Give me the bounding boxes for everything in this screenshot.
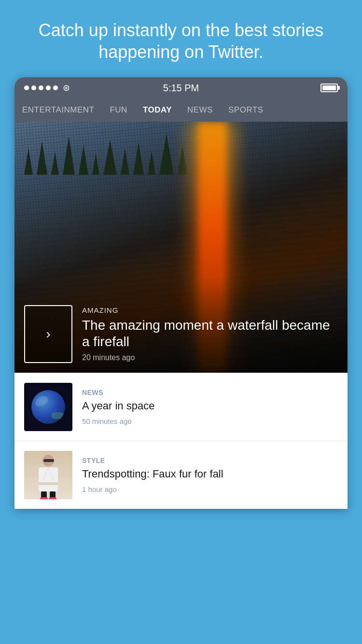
app-header: Catch up instantly on the best stories h… [0,0,362,77]
tab-entertainment[interactable]: ENTERTAINMENT [14,98,102,122]
tree-7 [103,140,117,175]
tab-fun[interactable]: FUN [102,98,135,122]
svg-rect-4 [39,467,58,491]
story-category: AMAZING [82,306,338,314]
news-title-space: A year in space [82,399,338,413]
tree-9 [133,142,144,175]
hero-story-card[interactable]: › AMAZING The amazing moment a waterfall… [14,295,348,373]
news-title-style: Trendspotting: Faux fur for fall [82,467,338,481]
story-time: 20 minutes ago [82,353,338,362]
news-time-style: 1 hour ago [82,485,338,493]
tree-11 [159,134,174,175]
earth-thumbnail [24,383,72,431]
news-thumb-space [24,383,72,431]
signal-dots [24,85,58,90]
tree-6 [92,153,99,175]
tree-1 [24,148,33,175]
tree-5 [79,145,88,175]
trees-silhouette [24,136,338,175]
hero-section[interactable]: › AMAZING The amazing moment a waterfall… [14,122,348,373]
svg-rect-11 [49,497,56,499]
tab-sports[interactable]: SPORTS [221,98,271,122]
status-time: 5:15 PM [163,83,199,94]
news-category-space: NEWS [82,389,338,396]
svg-rect-7 [39,482,58,485]
story-title: The amazing moment a waterfall became a … [82,317,338,350]
tree-3 [51,152,59,175]
news-thumb-style [24,451,72,499]
signal-dot-4 [46,85,51,90]
signal-dot-5 [53,85,58,90]
status-bar: ⊛ 5:15 PM [14,77,348,98]
status-left: ⊛ [24,83,70,93]
style-figure-svg [24,451,72,499]
tree-12 [178,146,187,175]
battery-icon [320,84,338,92]
signal-dot-1 [24,85,29,90]
svg-rect-3 [43,459,54,462]
earth-globe [31,390,65,424]
nav-tabs: ENTERTAINMENT FUN TODAY NEWS SPORTS [14,98,348,122]
tab-news[interactable]: NEWS [180,98,221,122]
news-item-style[interactable]: STYLE Trendspotting: Faux fur for fall 1… [14,441,348,509]
svg-rect-10 [40,497,48,499]
signal-dot-2 [31,85,36,90]
tab-today[interactable]: TODAY [135,98,180,122]
app-background: Catch up instantly on the best stories h… [0,0,362,509]
news-category-style: STYLE [82,457,338,464]
tree-2 [37,141,47,175]
status-right [320,84,338,92]
tree-4 [63,136,75,175]
app-tagline: Catch up instantly on the best stories h… [29,19,333,63]
style-thumbnail [24,451,72,499]
wifi-icon: ⊛ [63,83,70,93]
battery-fill [322,85,336,90]
phone-mockup: ⊛ 5:15 PM ENTERTAINMENT FUN TODAY NEWS S… [14,77,348,509]
news-time-space: 50 minutes ago [82,417,338,425]
signal-dot-3 [39,85,43,90]
news-content-style: STYLE Trendspotting: Faux fur for fall 1… [82,457,338,493]
news-content-space: NEWS A year in space 50 minutes ago [82,389,338,425]
story-arrow-icon: › [46,326,50,342]
story-thumbnail[interactable]: › [24,305,72,363]
tree-8 [121,148,129,175]
story-metadata: AMAZING The amazing moment a waterfall b… [82,306,338,362]
news-item-space[interactable]: NEWS A year in space 50 minutes ago [14,373,348,441]
tree-10 [148,151,155,175]
news-list: NEWS A year in space 50 minutes ago [14,373,348,509]
